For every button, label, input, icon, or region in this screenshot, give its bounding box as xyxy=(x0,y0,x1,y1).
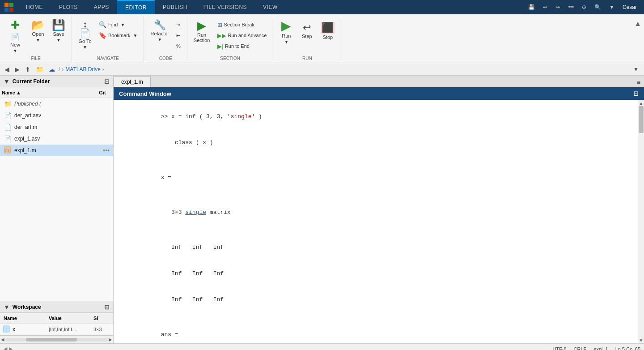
folder-action-icon[interactable]: ⊡ xyxy=(104,78,110,85)
comment-icon: % xyxy=(176,43,181,49)
right-panel: expl_1.m ≡ Command Window ⊡ >> x = inf (… xyxy=(114,76,644,343)
run-section-button[interactable]: ▶ RunSection xyxy=(191,18,213,45)
step-icon: ↩ xyxy=(303,23,311,33)
run-dropdown-arrow[interactable]: ▼ xyxy=(284,39,288,44)
ribbon-collapse[interactable]: ▲ xyxy=(631,16,644,63)
tab-view[interactable]: VIEW xyxy=(255,0,286,14)
save-icon[interactable]: 💾 xyxy=(525,3,538,11)
workspace-collapse-icon[interactable]: ▼ xyxy=(4,303,10,311)
new-dropdown-arrow[interactable]: ▼ xyxy=(13,48,17,53)
nav-back-button[interactable]: ◀ xyxy=(3,65,11,74)
col-git-header[interactable]: Git xyxy=(93,90,111,95)
list-item[interactable]: 📁 Published ( ••• xyxy=(0,98,113,110)
status-bar: ◀ ▶ UTF-8 CRLF expl_1 Ln 5 Col 65 xyxy=(0,343,644,350)
code-group-label: CODE xyxy=(148,55,183,63)
save-dropdown-arrow[interactable]: ▼ xyxy=(56,38,61,43)
open-dropdown-arrow[interactable]: ▼ xyxy=(36,38,40,43)
list-item[interactable]: 📄 expl_1.asv ••• xyxy=(0,133,113,145)
find-icon: 🔍 xyxy=(99,21,106,28)
help-icon[interactable]: ⊙ xyxy=(579,3,589,11)
more-icon[interactable]: ••• xyxy=(565,3,576,11)
section-break-button[interactable]: ⊞ Section Break xyxy=(215,20,270,30)
tab-file-versions[interactable]: FILE VERSIONS xyxy=(195,0,255,14)
tab-filter-icon[interactable]: ≡ xyxy=(635,78,642,87)
ribbon-group-file: ✚📄 New ▼ 📂 Open ▼ 💾 Save ▼ FILE xyxy=(0,16,72,63)
nav-cloud-button[interactable]: ☁ xyxy=(47,65,57,74)
ribbon-group-code-inner: 🔧 Refactor ▼ ⇥ ⇤ % xyxy=(148,16,183,55)
undo-icon[interactable]: ↩ xyxy=(540,3,550,11)
run-to-end-button[interactable]: ▶| Run to End xyxy=(215,41,270,51)
tab-editor[interactable]: EDITOR xyxy=(117,0,155,14)
scrollbar-track[interactable] xyxy=(638,106,644,337)
scroll-up-btn[interactable]: ▲ xyxy=(638,100,644,106)
file-m-active-icon: m xyxy=(4,146,12,155)
workspace-panel: ▼ Workspace ⊡ Name Value Si x [Inf,In xyxy=(0,301,113,335)
nav-browse-button[interactable]: 📁 xyxy=(34,65,45,74)
vertical-scrollbar[interactable]: ▲ ▼ xyxy=(638,100,644,343)
user-name[interactable]: Cesar xyxy=(620,3,640,11)
nav-forward-button[interactable]: ▶ xyxy=(13,65,21,74)
list-item[interactable]: 📄 der_art.m ••• xyxy=(0,121,113,133)
workspace-action-icon[interactable]: ⊡ xyxy=(104,303,110,311)
tab-apps[interactable]: APPS xyxy=(86,0,117,14)
scroll-right-btn[interactable]: ▶ xyxy=(109,337,112,342)
h-scrollbar-thumb[interactable] xyxy=(26,338,77,341)
step-button[interactable]: ↩ Step xyxy=(297,18,316,44)
refactor-dropdown-arrow[interactable]: ▼ xyxy=(157,37,162,42)
ws-col-value-header: Value xyxy=(49,316,93,321)
dropdown-icon[interactable]: ▼ xyxy=(606,3,617,11)
cmd-ans-equals: ans = xyxy=(119,322,632,344)
ws-var-name: x xyxy=(11,326,49,333)
list-item[interactable]: m expl_1.m ••• xyxy=(0,145,113,156)
refactor-button[interactable]: 🔧 Refactor ▼ xyxy=(148,18,172,44)
scroll-down-btn[interactable]: ▼ xyxy=(638,337,644,343)
search-icon[interactable]: 🔍 xyxy=(592,3,604,11)
svg-text:m: m xyxy=(5,148,9,153)
find-button[interactable]: 🔍 Find ▼ xyxy=(96,20,140,30)
path-matlab-drive[interactable]: MATLAB Drive xyxy=(65,66,100,73)
nav-up-button[interactable]: ⬆ xyxy=(23,65,32,74)
goto-dropdown-arrow[interactable]: ▼ xyxy=(83,45,87,50)
single-link[interactable]: single xyxy=(185,209,206,216)
outdent-button[interactable]: ⇤ xyxy=(174,30,183,40)
comment-button[interactable]: % xyxy=(174,41,183,51)
command-content[interactable]: >> x = inf ( 3, 3, 'single' ) class ( x … xyxy=(114,100,638,343)
maximize-icon[interactable]: ⊡ xyxy=(633,90,639,97)
save-button[interactable]: 💾 Save ▼ xyxy=(49,18,68,44)
folder-icon: 📁 xyxy=(4,100,12,107)
file-name: expl_1.m xyxy=(14,147,100,154)
open-button[interactable]: 📂 Open ▼ xyxy=(29,18,47,44)
scrollbar-thumb[interactable] xyxy=(639,106,644,133)
tab-plots[interactable]: PLOTS xyxy=(51,0,86,14)
h-scrollbar-track[interactable] xyxy=(5,338,108,341)
cmd-matrix-row3: Inf Inf Inf xyxy=(119,287,632,313)
item-more-button[interactable]: ••• xyxy=(103,147,110,154)
tab-home[interactable]: HOME xyxy=(18,0,51,14)
scroll-left-btn[interactable]: ◀ xyxy=(1,337,4,342)
file-list-header: Name ▲ Git xyxy=(0,87,113,98)
folder-collapse-icon[interactable]: ▼ xyxy=(4,78,10,85)
tab-expl1[interactable]: expl_1.m xyxy=(114,76,151,87)
find-dropdown-arrow[interactable]: ▼ xyxy=(120,22,125,27)
bookmark-button[interactable]: 🔖 Bookmark ▼ xyxy=(96,30,140,40)
svg-rect-0 xyxy=(4,3,8,7)
horizontal-scrollbar[interactable]: ◀ ▶ xyxy=(0,335,113,343)
address-dropdown[interactable]: ▼ xyxy=(631,65,641,73)
goto-button[interactable]: ↕📄 Go To ▼ xyxy=(76,18,94,51)
ws-var-value: [Inf,Inf,Inf;I... xyxy=(49,327,93,332)
indent-button[interactable]: ⇥ xyxy=(174,20,183,30)
run-button[interactable]: ▶ Run ▼ xyxy=(277,18,296,46)
col-name-header[interactable]: Name ▲ xyxy=(2,90,93,95)
position-label: Ln 5 Col 65 xyxy=(615,346,640,350)
cmd-class-line: class ( x ) xyxy=(119,130,632,156)
run-and-advance-button[interactable]: ▶▶ Run and Advance xyxy=(215,30,270,40)
bookmark-dropdown-arrow[interactable]: ▼ xyxy=(133,33,138,38)
command-window: Command Window ⊡ >> x = inf ( 3, 3, 'sin… xyxy=(114,87,644,343)
stop-button[interactable]: ⬛ Stop xyxy=(318,18,337,44)
outdent-icon: ⇤ xyxy=(176,33,180,38)
redo-icon[interactable]: ↪ xyxy=(553,3,563,11)
new-button[interactable]: ✚📄 New ▼ xyxy=(4,18,27,55)
tab-publish[interactable]: PUBLISH xyxy=(155,0,195,14)
workspace-item[interactable]: x [Inf,Inf,Inf;I... 3×3 xyxy=(0,324,113,335)
list-item[interactable]: 📄 der_art.asv ••• xyxy=(0,110,113,121)
